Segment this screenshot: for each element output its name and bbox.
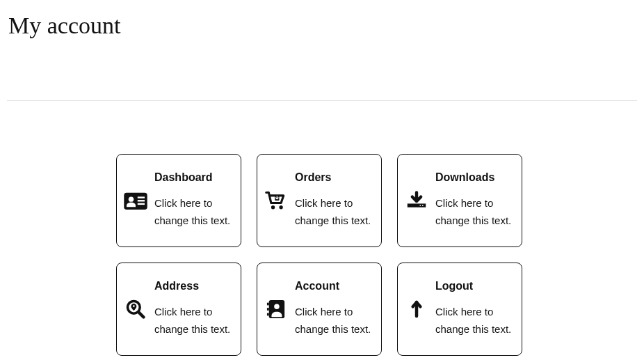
svg-rect-4 (138, 203, 145, 205)
card-address[interactable]: Address Click here to change this text. (116, 263, 241, 356)
card-title: Dashboard (154, 171, 234, 184)
card-dashboard[interactable]: Dashboard Click here to change this text… (116, 154, 241, 247)
svg-point-5 (271, 205, 275, 209)
cart-arrow-down-icon (264, 190, 288, 211)
address-book-icon (264, 299, 288, 320)
svg-point-6 (279, 205, 282, 209)
svg-rect-3 (138, 200, 145, 201)
card-desc[interactable]: Click here to change this text. (154, 195, 234, 230)
card-title: Logout (435, 280, 515, 292)
svg-rect-2 (138, 196, 145, 198)
svg-rect-14 (267, 308, 269, 311)
svg-rect-15 (267, 313, 269, 316)
arrow-up-icon (405, 299, 428, 319)
card-title: Orders (295, 171, 374, 184)
card-downloads[interactable]: Downloads Click here to change this text… (397, 154, 522, 247)
card-logout[interactable]: Logout Click here to change this text. (397, 263, 522, 356)
id-card-icon (124, 191, 147, 210)
card-title: Address (154, 280, 234, 292)
card-desc[interactable]: Click here to change this text. (295, 304, 374, 338)
svg-point-11 (133, 305, 135, 307)
svg-point-9 (422, 205, 424, 206)
card-title: Account (295, 280, 374, 292)
card-title: Downloads (435, 171, 515, 184)
card-desc[interactable]: Click here to change this text. (295, 195, 374, 230)
svg-point-16 (274, 304, 279, 309)
svg-point-8 (419, 205, 421, 206)
svg-point-1 (129, 196, 134, 201)
card-desc[interactable]: Click here to change this text. (435, 195, 515, 230)
search-location-icon (124, 299, 147, 320)
card-desc[interactable]: Click here to change this text. (435, 304, 515, 338)
page-title: My account (8, 13, 637, 39)
card-desc[interactable]: Click here to change this text. (154, 304, 234, 338)
download-icon (405, 191, 428, 210)
divider (7, 100, 637, 101)
card-orders[interactable]: Orders Click here to change this text. (257, 154, 382, 247)
card-account[interactable]: Account Click here to change this text. (257, 263, 382, 356)
svg-rect-13 (267, 303, 269, 306)
account-cards-grid: Dashboard Click here to change this text… (116, 154, 637, 356)
